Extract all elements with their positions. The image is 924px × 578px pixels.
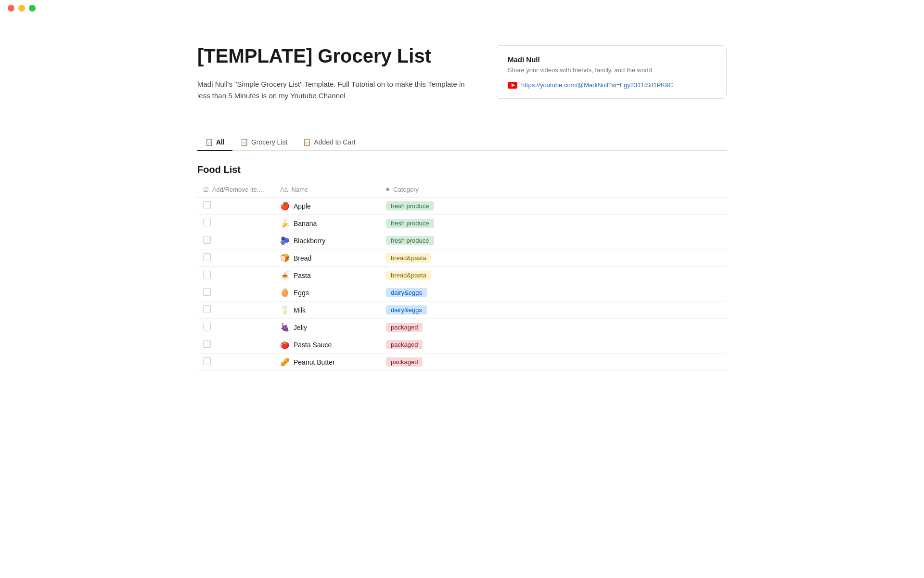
table-body: 🍎Applefresh produce🍌Bananafresh produce🫐…	[197, 197, 727, 371]
item-name: 🍎Apple	[280, 201, 374, 210]
table-row: 🍞Breadbread&pasta	[197, 250, 727, 267]
youtube-link[interactable]: https://youtube.com/@MadiNull?si=Fgy2311…	[521, 81, 673, 89]
category-cell: fresh produce	[380, 215, 476, 232]
table-row: 🍌Bananafresh produce	[197, 215, 727, 232]
tab-all[interactable]: 📋 All	[197, 134, 232, 151]
row-checkbox[interactable]	[203, 340, 211, 348]
item-emoji: 🍅	[280, 340, 290, 349]
extra-cell	[476, 197, 727, 215]
category-badge: fresh produce	[386, 201, 434, 210]
row-checkbox[interactable]	[203, 357, 211, 365]
table-row: 🥜Peanut Butterpackaged	[197, 354, 727, 371]
category-cell: packaged	[380, 336, 476, 354]
col-header-extra	[476, 183, 727, 197]
extra-cell	[476, 302, 727, 319]
item-name: 🍇Jelly	[280, 323, 374, 332]
col-header-category: ≡ Category	[380, 183, 476, 197]
checkbox-cell	[197, 302, 274, 319]
name-col-icon: Aa	[280, 186, 288, 193]
table-row: 🥚Eggsdairy&eggs	[197, 284, 727, 302]
category-badge: dairy&eggs	[386, 288, 427, 297]
table-row: 🥛Milkdairy&eggs	[197, 302, 727, 319]
item-emoji: 🍝	[280, 271, 290, 280]
extra-cell	[476, 215, 727, 232]
item-name-text: Blackberry	[294, 237, 325, 245]
extra-cell	[476, 336, 727, 354]
category-badge: packaged	[386, 323, 423, 332]
category-badge: packaged	[386, 357, 423, 367]
table-row: 🍇Jellypackaged	[197, 319, 727, 336]
row-checkbox[interactable]	[203, 253, 211, 261]
tab-grocery-icon: 📋	[240, 138, 248, 146]
row-checkbox[interactable]	[203, 219, 211, 226]
row-checkbox[interactable]	[203, 288, 211, 296]
tab-added-to-cart[interactable]: 📋 Added to Cart	[295, 134, 363, 151]
item-name: 🍞Bread	[280, 253, 374, 263]
page-title: [TEMPLATE] Grocery List	[197, 45, 476, 67]
col-header-checkbox: ☑ Add/Remove Ite....	[197, 183, 274, 197]
item-name: 🥜Peanut Butter	[280, 357, 374, 367]
youtube-card: Madi Null Share your videos with friends…	[496, 45, 727, 99]
checkbox-cell	[197, 284, 274, 302]
item-name-text: Banana	[294, 220, 317, 227]
item-name: 🍅Pasta Sauce	[280, 340, 374, 349]
row-checkbox[interactable]	[203, 236, 211, 244]
col-header-checkbox-label: Add/Remove Ite....	[212, 186, 264, 193]
extra-cell	[476, 267, 727, 284]
close-button[interactable]	[8, 5, 14, 12]
item-name: 🍌Banana	[280, 219, 374, 228]
category-cell: dairy&eggs	[380, 284, 476, 302]
category-badge: dairy&eggs	[386, 305, 427, 315]
item-name: 🥛Milk	[280, 305, 374, 315]
table-row: 🫐Blackberryfresh produce	[197, 232, 727, 250]
checkbox-cell	[197, 267, 274, 284]
category-cell: bread&pasta	[380, 250, 476, 267]
tab-cart-label: Added to Cart	[314, 138, 355, 146]
category-badge: fresh produce	[386, 219, 434, 228]
item-name: 🍝Pasta	[280, 271, 374, 280]
item-emoji: 🥜	[280, 357, 290, 367]
category-cell: fresh produce	[380, 232, 476, 250]
category-badge: packaged	[386, 340, 423, 349]
checkbox-cell	[197, 319, 274, 336]
row-checkbox[interactable]	[203, 305, 211, 313]
tabs-bar: 📋 All 📋 Grocery List 📋 Added to Cart	[197, 134, 727, 151]
col-header-category-label: Category	[393, 186, 419, 193]
name-cell: 🍅Pasta Sauce	[274, 336, 380, 354]
table-row: 🍝Pastabread&pasta	[197, 267, 727, 284]
category-cell: fresh produce	[380, 197, 476, 215]
item-emoji: 🍇	[280, 323, 290, 332]
row-checkbox[interactable]	[203, 271, 211, 278]
tab-grocery-list[interactable]: 📋 Grocery List	[232, 134, 295, 151]
name-cell: 🥜Peanut Butter	[274, 354, 380, 371]
description-column: [TEMPLATE] Grocery List Madi Null's "Sim…	[197, 45, 476, 115]
extra-cell	[476, 284, 727, 302]
row-checkbox[interactable]	[203, 201, 211, 209]
titlebar	[0, 0, 924, 16]
checkbox-cell	[197, 336, 274, 354]
extra-cell	[476, 250, 727, 267]
item-name-text: Pasta Sauce	[294, 341, 332, 349]
category-cell: packaged	[380, 354, 476, 371]
checkbox-cell	[197, 250, 274, 267]
item-emoji: 🥚	[280, 288, 290, 297]
category-col-icon: ≡	[386, 186, 390, 193]
item-name-text: Peanut Butter	[294, 358, 335, 366]
table-header-row: ☑ Add/Remove Ite.... Aa Name ≡ Category	[197, 183, 727, 197]
item-name-text: Jelly	[294, 324, 307, 331]
item-name-text: Apple	[294, 202, 311, 210]
name-cell: 🍝Pasta	[274, 267, 380, 284]
maximize-button[interactable]	[29, 5, 36, 12]
row-checkbox[interactable]	[203, 323, 211, 330]
extra-cell	[476, 354, 727, 371]
category-cell: bread&pasta	[380, 267, 476, 284]
item-name: 🫐Blackberry	[280, 236, 374, 245]
category-badge: bread&pasta	[386, 253, 431, 263]
item-name-text: Bread	[294, 254, 311, 262]
checkbox-cell	[197, 197, 274, 215]
name-cell: 🍌Banana	[274, 215, 380, 232]
minimize-button[interactable]	[18, 5, 25, 12]
name-cell: 🍞Bread	[274, 250, 380, 267]
item-name-text: Eggs	[294, 289, 309, 297]
yt-card-name: Madi Null	[508, 55, 715, 64]
